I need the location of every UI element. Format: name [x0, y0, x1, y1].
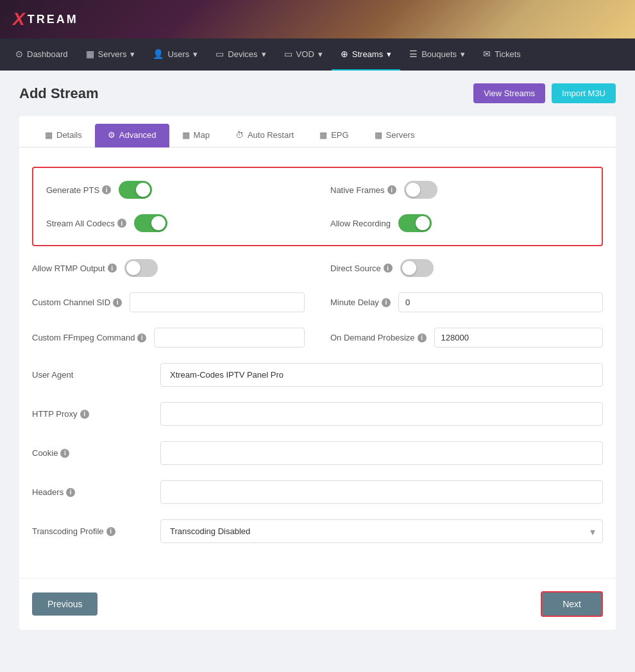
- stream-all-codecs-group: Stream All Codecs i: [46, 214, 305, 232]
- logo: X TREAM: [13, 9, 78, 29]
- direct-source-group: Direct Source i: [330, 259, 603, 277]
- next-button[interactable]: Next: [541, 591, 603, 617]
- tab-epg[interactable]: ▦ EPG: [307, 124, 361, 147]
- stream-all-codecs-label: Stream All Codecs i: [46, 219, 126, 228]
- page-content: Add Stream View Streams Import M3U ▦ Det…: [0, 71, 635, 643]
- minute-delay-label: Minute Delay i: [330, 298, 391, 307]
- transcoding-profile-label: Transcoding Profile i: [32, 526, 148, 536]
- epg-tab-label: EPG: [331, 130, 348, 140]
- headers-label: Headers i: [32, 487, 148, 497]
- transcoding-profile-select[interactable]: Transcoding Disabled Profile 1 Profile 2: [160, 519, 603, 543]
- custom-ffmpeg-command-label: Custom FFmpeg Command i: [32, 333, 146, 342]
- vod-dropdown-icon: ▾: [318, 49, 323, 59]
- headers-input[interactable]: [160, 480, 603, 504]
- native-frames-info-icon[interactable]: i: [387, 185, 396, 194]
- advanced-tab-label: Advanced: [119, 130, 157, 140]
- details-tab-icon: ▦: [45, 130, 53, 140]
- cookie-info-icon[interactable]: i: [60, 449, 69, 458]
- servers-dropdown-icon: ▾: [130, 49, 135, 59]
- details-tab-label: Details: [56, 130, 82, 140]
- cookie-label: Cookie i: [32, 448, 148, 458]
- nav-streams-label: Streams: [352, 49, 383, 59]
- custom-channel-sid-info-icon[interactable]: i: [113, 298, 122, 307]
- minute-delay-input[interactable]: [398, 292, 603, 312]
- nav-dashboard-label: Dashboard: [27, 49, 68, 59]
- on-demand-probesize-input[interactable]: [434, 328, 603, 348]
- tab-auto-restart[interactable]: ⏱ Auto Restart: [223, 124, 307, 147]
- nav-bouquets-label: Bouquets: [421, 49, 457, 59]
- minute-delay-info-icon[interactable]: i: [382, 298, 391, 307]
- top-banner: X TREAM: [0, 0, 635, 38]
- auto-restart-tab-icon: ⏱: [235, 130, 244, 140]
- stream-all-codecs-toggle[interactable]: [134, 214, 167, 232]
- row-http-proxy: HTTP Proxy i: [32, 402, 603, 426]
- bouquets-icon: ☰: [409, 49, 418, 59]
- header-buttons: View Streams Import M3U: [473, 83, 616, 103]
- nav-streams[interactable]: ⊕ Streams ▾: [332, 38, 400, 71]
- generate-pts-info-icon[interactable]: i: [102, 185, 111, 194]
- advanced-tab-icon: ⚙: [108, 130, 115, 140]
- allow-recording-toggle[interactable]: [398, 214, 432, 232]
- generate-pts-group: Generate PTS i: [46, 181, 305, 199]
- page-title: Add Stream: [19, 85, 98, 102]
- on-demand-probesize-group: On Demand Probesize i: [330, 328, 603, 348]
- nav-users[interactable]: 👤 Users ▾: [144, 38, 207, 71]
- servers-icon: ▦: [86, 49, 94, 59]
- on-demand-probesize-info-icon[interactable]: i: [418, 333, 427, 342]
- row-ffmpeg-probesize: Custom FFmpeg Command i On Demand Probes…: [32, 328, 603, 348]
- form-content: Generate PTS i Native Frames i: [19, 147, 616, 578]
- tab-advanced[interactable]: ⚙ Advanced: [95, 124, 169, 147]
- auto-restart-tab-label: Auto Restart: [248, 130, 294, 140]
- custom-ffmpeg-command-input[interactable]: [154, 328, 305, 348]
- http-proxy-info-icon[interactable]: i: [80, 410, 89, 419]
- on-demand-probesize-label: On Demand Probesize i: [330, 333, 427, 342]
- native-frames-toggle[interactable]: [404, 181, 437, 199]
- tab-details[interactable]: ▦ Details: [32, 124, 95, 147]
- row-headers: Headers i: [32, 480, 603, 504]
- headers-info-icon[interactable]: i: [66, 488, 75, 497]
- direct-source-info-icon[interactable]: i: [384, 264, 393, 273]
- nav-vod[interactable]: ▭ VOD ▾: [275, 38, 332, 71]
- allow-rtmp-output-label: Allow RTMP Output i: [32, 264, 117, 273]
- nav-devices-label: Devices: [228, 49, 257, 59]
- custom-ffmpeg-command-group: Custom FFmpeg Command i: [32, 328, 305, 348]
- row-custom-channel-sid-minute-delay: Custom Channel SID i Minute Delay i: [32, 292, 603, 312]
- bouquets-dropdown-icon: ▾: [461, 49, 465, 59]
- view-streams-button[interactable]: View Streams: [473, 83, 545, 103]
- servers-tab-icon: ▦: [375, 130, 382, 140]
- nav-servers[interactable]: ▦ Servers ▾: [77, 38, 144, 71]
- allow-rtmp-output-info-icon[interactable]: i: [108, 264, 117, 273]
- user-agent-input[interactable]: [160, 363, 603, 387]
- allow-rtmp-output-toggle[interactable]: [124, 259, 158, 277]
- transcoding-profile-wrapper: Transcoding Disabled Profile 1 Profile 2…: [160, 519, 603, 543]
- row-cookie: Cookie i: [32, 441, 603, 465]
- custom-ffmpeg-command-info-icon[interactable]: i: [137, 333, 146, 342]
- nav-dashboard[interactable]: ⊙ Dashboard: [6, 38, 77, 71]
- users-icon: 👤: [153, 49, 164, 59]
- import-m3u-button[interactable]: Import M3U: [552, 83, 616, 103]
- tab-map[interactable]: ▦ Map: [169, 124, 223, 147]
- row-generate-pts-native-frames: Generate PTS i Native Frames i: [46, 181, 589, 199]
- nav-users-label: Users: [167, 49, 189, 59]
- transcoding-profile-info-icon[interactable]: i: [106, 527, 115, 536]
- nav-bouquets[interactable]: ☰ Bouquets ▾: [400, 38, 474, 71]
- tab-servers[interactable]: ▦ Servers: [362, 124, 428, 147]
- nav-tickets-label: Tickets: [495, 49, 521, 59]
- stream-all-codecs-info-icon[interactable]: i: [117, 219, 126, 228]
- generate-pts-toggle[interactable]: [119, 181, 152, 199]
- user-agent-label: User Agent: [32, 370, 148, 380]
- dashboard-icon: ⊙: [15, 49, 23, 59]
- custom-channel-sid-input[interactable]: [130, 292, 305, 312]
- previous-button[interactable]: Previous: [32, 592, 97, 616]
- vod-icon: ▭: [284, 49, 292, 59]
- logo-x: X: [13, 9, 25, 29]
- nav-tickets[interactable]: ✉ Tickets: [474, 38, 530, 71]
- row-user-agent: User Agent: [32, 363, 603, 387]
- nav-devices[interactable]: ▭ Devices ▾: [207, 38, 275, 71]
- direct-source-toggle[interactable]: [400, 259, 434, 277]
- row-stream-all-codecs-allow-recording: Stream All Codecs i Allow Recording: [46, 214, 589, 232]
- logo-text: TREAM: [28, 13, 78, 26]
- generate-pts-label: Generate PTS i: [46, 185, 111, 195]
- http-proxy-input[interactable]: [160, 402, 603, 426]
- cookie-input[interactable]: [160, 441, 603, 465]
